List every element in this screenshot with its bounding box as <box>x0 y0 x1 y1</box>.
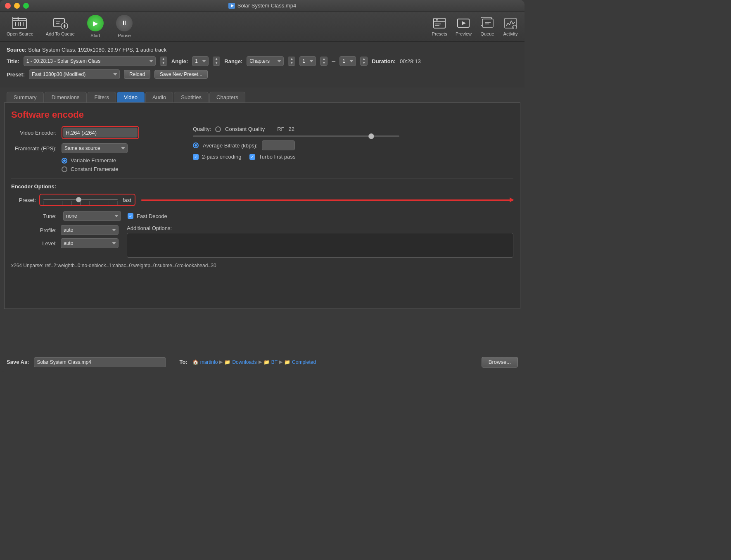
angle-stepper-up[interactable]: ▲ <box>213 57 220 61</box>
save-new-preset-button[interactable]: Save New Preset... <box>154 70 208 79</box>
start-button[interactable]: ▶ Start <box>87 15 104 38</box>
maximize-button[interactable] <box>23 3 29 9</box>
angle-label: Angle: <box>171 58 188 64</box>
tab-audio[interactable]: Audio <box>145 92 173 102</box>
constant-quality-radio[interactable] <box>215 126 221 132</box>
range-to-stepper-down[interactable]: ▼ <box>361 61 367 65</box>
additional-options-label-row: Additional Options: <box>127 225 513 231</box>
video-settings-panel: Software encode Video Encoder: H.264 (x2… <box>4 102 520 309</box>
title-stepper[interactable]: ▲ ▼ <box>160 57 167 66</box>
duration-label: Duration: <box>372 58 396 64</box>
avg-bitrate-input[interactable]: 12000 <box>262 140 295 150</box>
reload-button[interactable]: Reload <box>124 70 150 79</box>
open-source-button[interactable]: Open Source <box>7 17 33 36</box>
to-label: To: <box>179 359 187 365</box>
titlebar: Solar System Class.mp4 <box>0 0 525 12</box>
additional-options-input[interactable] <box>127 233 513 258</box>
save-as-input[interactable] <box>34 357 166 367</box>
range-type-stepper[interactable]: ▲ ▼ <box>288 57 295 66</box>
profile-select[interactable]: auto <box>61 225 119 235</box>
tab-video[interactable]: Video <box>117 92 145 102</box>
range-type-stepper-up[interactable]: ▲ <box>288 57 295 61</box>
range-type-stepper-down[interactable]: ▼ <box>288 61 295 65</box>
tab-summary[interactable]: Summary <box>7 92 44 102</box>
encoder-select[interactable]: H.264 (x264) <box>63 128 138 138</box>
framerate-options: Variable Framerate Constant Framerate <box>62 157 185 172</box>
turbo-checkbox[interactable]: ✓ <box>249 154 255 160</box>
quality-mode-label: Constant Quality <box>225 126 265 132</box>
pause-icon[interactable]: ⏸ <box>116 15 133 31</box>
completed-folder-icon: 📁 <box>284 359 290 365</box>
presets-label: Presets <box>432 31 447 36</box>
tune-select[interactable]: none <box>63 211 121 221</box>
queue-label: Queue <box>480 31 494 36</box>
bottom-bar: Save As: To: 🏠 martinlo ▶ 📁 Downloads ▶ … <box>0 352 525 372</box>
presets-icon <box>432 17 447 30</box>
avg-bitrate-radio[interactable] <box>193 142 199 148</box>
range-to-stepper[interactable]: ▲ ▼ <box>360 57 368 66</box>
open-source-label: Open Source <box>7 31 33 36</box>
presets-button[interactable]: Presets <box>432 17 447 36</box>
title-stepper-down[interactable]: ▼ <box>160 61 167 65</box>
angle-stepper[interactable]: ▲ ▼ <box>213 57 220 66</box>
svg-line-29 <box>510 21 511 25</box>
range-to-select[interactable]: 1 <box>339 56 356 66</box>
fast-decode-checkbox[interactable]: ✓ <box>128 213 133 219</box>
video-encoder-row: Video Encoder: H.264 (x264) <box>11 126 185 139</box>
constant-framerate-radio[interactable] <box>62 166 67 172</box>
two-pass-label: 2-pass encoding <box>202 154 241 160</box>
preset-row: Preset: Fast 1080p30 (Modified) Reload S… <box>7 69 518 79</box>
start-icon[interactable]: ▶ <box>87 15 104 31</box>
close-button[interactable] <box>5 3 11 9</box>
tabs-container: Summary Dimensions Filters Video Audio S… <box>0 88 525 102</box>
range-type-select[interactable]: Chapters <box>247 56 284 66</box>
title-stepper-up[interactable]: ▲ <box>160 57 167 61</box>
minimize-button[interactable] <box>14 3 20 9</box>
two-pass-checkbox[interactable]: ✓ <box>193 154 199 160</box>
queue-icon <box>480 17 495 30</box>
additional-options-label: Additional Options: <box>127 225 172 231</box>
queue-button[interactable]: Queue <box>480 17 495 36</box>
turbo-label: Turbo first pass <box>259 154 295 160</box>
activity-button[interactable]: i Activity <box>503 17 518 36</box>
range-from-stepper-up[interactable]: ▲ <box>320 57 327 61</box>
angle-select[interactable]: 1 <box>192 56 209 66</box>
tabs: Summary Dimensions Filters Video Audio S… <box>7 92 518 102</box>
tab-filters[interactable]: Filters <box>88 92 116 102</box>
x264-string: x264 Unparse: ref=2:weightb=0:no-deblock… <box>11 263 513 268</box>
range-from-stepper-down[interactable]: ▼ <box>320 61 327 65</box>
framerate-select[interactable]: Same as source <box>62 143 128 153</box>
preset-select[interactable]: Fast 1080p30 (Modified) <box>29 69 120 79</box>
source-row: Source: Solar System Class, 1920x1080, 2… <box>7 47 518 53</box>
level-select[interactable]: auto <box>61 238 119 248</box>
range-to-stepper-up[interactable]: ▲ <box>361 57 367 61</box>
rf-value: 22 <box>289 126 294 132</box>
rf-label: RF <box>277 126 284 132</box>
quality-mode-row: Quality: Constant Quality RF 22 <box>193 126 513 132</box>
browse-button[interactable]: Browse... <box>482 357 518 368</box>
destination-path: 🏠 martinlo ▶ 📁 Downloads ▶ 📁 BT ▶ 📁 Comp… <box>192 359 316 365</box>
tab-dimensions[interactable]: Dimensions <box>45 92 87 102</box>
window-title: Solar System Class.mp4 <box>228 2 296 9</box>
pause-button[interactable]: ⏸ Pause <box>116 15 133 38</box>
add-to-queue-label: Add To Queue <box>46 31 75 36</box>
quality-row: Quality: Constant Quality RF 22 <box>193 126 513 137</box>
title-select[interactable]: 1 - 00:28:13 - Solar System Class <box>24 56 156 66</box>
angle-stepper-down[interactable]: ▼ <box>213 61 220 65</box>
add-to-queue-button[interactable]: Add To Queue <box>46 17 75 36</box>
preset-value: fast <box>123 197 131 203</box>
range-from-select[interactable]: 1 <box>299 56 316 66</box>
quality-slider-thumb[interactable] <box>368 133 374 139</box>
svg-point-17 <box>436 19 438 21</box>
preview-button[interactable]: Preview <box>456 17 472 36</box>
preset-label: Preset: <box>7 71 25 78</box>
add-to-queue-icon <box>53 17 68 30</box>
variable-framerate-radio[interactable] <box>62 158 67 164</box>
film-icon <box>228 3 235 9</box>
quality-label: Quality: <box>193 126 211 132</box>
source-label: Source: <box>7 47 26 53</box>
profile-row: Profile: auto <box>11 225 119 235</box>
tab-subtitles[interactable]: Subtitles <box>174 92 209 102</box>
range-from-stepper[interactable]: ▲ ▼ <box>320 57 328 66</box>
tab-chapters[interactable]: Chapters <box>209 92 245 102</box>
